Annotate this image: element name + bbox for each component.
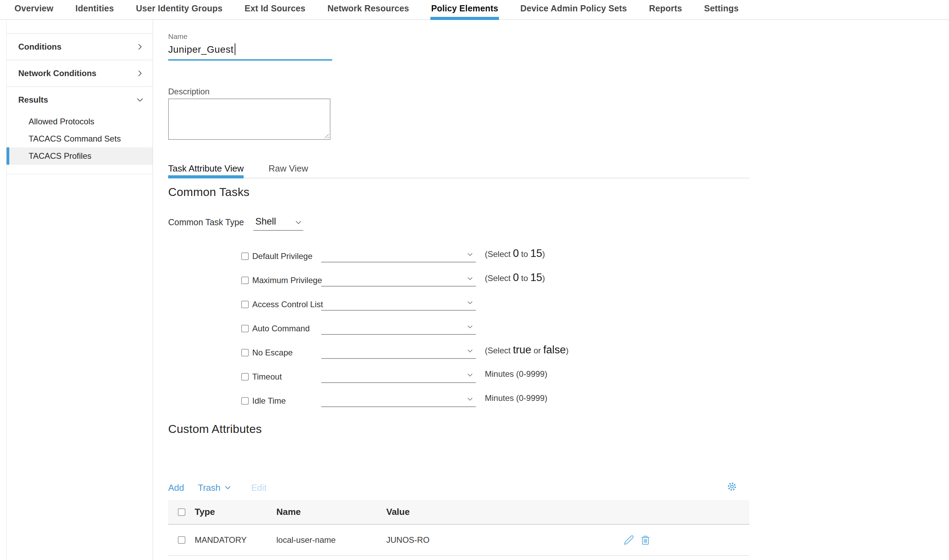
sidebar-spacer — [6, 20, 153, 34]
common-task-label: Access Control List — [252, 300, 321, 309]
name-label: Name — [168, 32, 332, 41]
common-task-type-select[interactable]: Shell — [253, 215, 303, 231]
no-escape-dropdown[interactable] — [321, 343, 476, 359]
table-header: Type Name Value — [168, 500, 749, 525]
edit-pencil-icon[interactable] — [624, 535, 634, 545]
chevron-right-icon — [136, 42, 144, 51]
column-header-type[interactable]: Type — [195, 507, 215, 517]
tab-raw-view[interactable]: Raw View — [268, 161, 308, 178]
common-task-label: Default Privilege — [252, 251, 321, 261]
common-task-row-default-privilege: Default Privilege (Select 0 to 15) — [241, 244, 568, 268]
common-task-row-idle-time: Idle Time Minutes (0-9999) — [241, 389, 568, 413]
common-task-type-value: Shell — [255, 216, 276, 227]
hint-text: (Select 0 to 15) — [485, 271, 545, 284]
access-control-list-checkbox[interactable] — [241, 301, 249, 308]
custom-attributes-table: Type Name Value MANDATORY local-user-nam… — [168, 500, 749, 556]
sidebar-item-tacacs-command-sets[interactable]: TACACS Command Sets — [6, 130, 153, 148]
sidebar-item-label: Network Conditions — [18, 69, 97, 78]
nav-reports[interactable]: Reports — [649, 3, 682, 20]
sidebar-item-conditions[interactable]: Conditions — [6, 34, 153, 60]
hint-text: Minutes (0-9999) — [485, 369, 547, 379]
add-button[interactable]: Add — [168, 483, 184, 493]
nav-overview[interactable]: Overview — [14, 3, 53, 20]
sidebar-item-network-conditions[interactable]: Network Conditions — [6, 60, 153, 86]
select-all-checkbox[interactable] — [178, 508, 185, 516]
common-task-row-access-control-list: Access Control List — [241, 292, 568, 317]
name-field-group: Name Juniper_Guest — [168, 32, 332, 61]
chevron-down-icon — [136, 95, 144, 105]
common-task-row-timeout: Timeout Minutes (0-9999) — [241, 365, 568, 389]
chevron-down-icon — [466, 371, 474, 379]
common-tasks-heading: Common Tasks — [168, 185, 250, 199]
auto-command-checkbox[interactable] — [241, 325, 249, 332]
hint-text: Minutes (0-9999) — [485, 393, 547, 403]
common-task-label: Idle Time — [252, 396, 321, 406]
idle-time-dropdown[interactable] — [321, 391, 476, 407]
idle-time-checkbox[interactable] — [241, 397, 249, 405]
chevron-down-icon — [466, 275, 474, 282]
nav-policy-elements[interactable]: Policy Elements — [431, 3, 498, 20]
maximum-privilege-checkbox[interactable] — [241, 277, 249, 284]
custom-attributes-toolbar: Add Trash Edit — [168, 480, 749, 495]
description-label: Description — [168, 87, 330, 97]
cell-name: local-user-name — [276, 535, 336, 545]
default-privilege-checkbox[interactable] — [241, 252, 249, 260]
resize-handle-icon[interactable] — [322, 132, 329, 138]
row-actions — [624, 535, 650, 545]
chevron-down-icon — [294, 218, 302, 227]
nav-settings[interactable]: Settings — [704, 3, 738, 20]
default-privilege-dropdown[interactable] — [321, 246, 476, 262]
chevron-right-icon — [136, 69, 144, 78]
hint-text: (Select true or false) — [485, 344, 568, 356]
nav-user-identity-groups[interactable]: User Identity Groups — [136, 3, 223, 20]
nav-ext-id-sources[interactable]: Ext Id Sources — [245, 3, 305, 20]
top-nav: Overview Identities User Identity Groups… — [0, 0, 949, 20]
nav-network-resources[interactable]: Network Resources — [327, 3, 409, 20]
chevron-down-icon — [466, 323, 474, 331]
common-task-row-no-escape: No Escape (Select true or false) — [241, 341, 568, 365]
cell-type: MANDATORY — [195, 535, 247, 545]
row-checkbox[interactable] — [178, 536, 185, 544]
common-tasks-rows: Default Privilege (Select 0 to 15) Maxim… — [241, 244, 568, 413]
sidebar-item-label: Results — [18, 95, 48, 105]
main-content: Name Juniper_Guest Description Task Attr… — [168, 20, 749, 560]
table-row: MANDATORY local-user-name JUNOS-RO — [168, 525, 749, 556]
sidebar-item-label: TACACS Profiles — [29, 151, 91, 161]
no-escape-checkbox[interactable] — [241, 349, 249, 357]
common-task-row-auto-command: Auto Command — [241, 317, 568, 341]
name-input[interactable]: Juniper_Guest — [168, 43, 332, 61]
trash-button[interactable]: Trash — [198, 483, 232, 493]
chevron-down-icon — [466, 251, 474, 258]
access-control-list-dropdown[interactable] — [321, 295, 476, 311]
common-task-label: Maximum Privilege — [252, 275, 321, 285]
description-input[interactable] — [168, 98, 330, 140]
column-header-name[interactable]: Name — [276, 507, 301, 517]
common-task-type-label: Common Task Type — [168, 217, 244, 231]
sidebar: Conditions Network Conditions Results Al… — [6, 20, 153, 560]
sidebar-item-tacacs-profiles[interactable]: TACACS Profiles — [6, 148, 153, 165]
timeout-dropdown[interactable] — [321, 367, 476, 383]
edit-button[interactable]: Edit — [251, 483, 267, 493]
tab-task-attribute-view[interactable]: Task Attribute View — [168, 161, 243, 178]
common-task-row-maximum-privilege: Maximum Privilege (Select 0 to 15) — [241, 268, 568, 292]
nav-identities[interactable]: Identities — [75, 3, 114, 20]
view-tabs: Task Attribute View Raw View — [168, 161, 749, 178]
nav-device-admin-policy-sets[interactable]: Device Admin Policy Sets — [520, 3, 627, 20]
sidebar-item-results[interactable]: Results — [6, 86, 153, 113]
sidebar-item-allowed-protocols[interactable]: Allowed Protocols — [6, 113, 153, 130]
column-header-value[interactable]: Value — [386, 507, 410, 517]
custom-attributes-heading: Custom Attributes — [168, 422, 262, 436]
chevron-down-icon — [466, 299, 474, 306]
cell-value: JUNOS-RO — [386, 535, 429, 545]
chevron-down-icon — [466, 395, 474, 403]
chevron-down-icon — [223, 483, 232, 492]
delete-trash-icon[interactable] — [640, 535, 650, 545]
sidebar-item-label: Conditions — [18, 42, 61, 52]
description-field-group: Description — [168, 87, 330, 140]
sidebar-divider — [6, 174, 153, 174]
common-task-type-row: Common Task Type Shell — [168, 215, 303, 231]
maximum-privilege-dropdown[interactable] — [321, 271, 476, 286]
auto-command-dropdown[interactable] — [321, 319, 476, 335]
settings-gear-icon[interactable] — [727, 482, 737, 493]
timeout-checkbox[interactable] — [241, 373, 249, 380]
